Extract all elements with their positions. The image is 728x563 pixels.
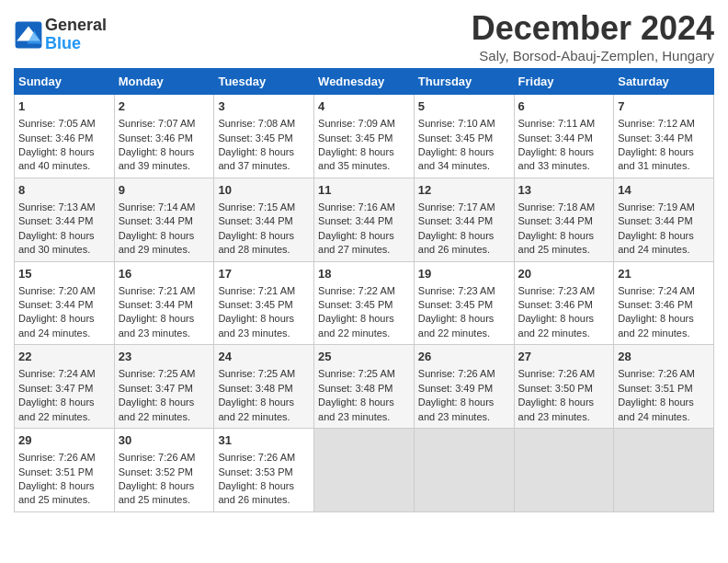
day-info: Sunrise: 7:26 AM <box>18 451 110 465</box>
day-info: Sunset: 3:46 PM <box>618 298 710 312</box>
day-info: Sunset: 3:49 PM <box>418 382 510 396</box>
calendar-cell: 9Sunrise: 7:14 AMSunset: 3:44 PMDaylight… <box>114 178 214 261</box>
day-number: 30 <box>119 432 210 449</box>
day-number: 15 <box>18 266 110 282</box>
day-info: Sunset: 3:45 PM <box>218 132 310 145</box>
day-info: Sunset: 3:48 PM <box>318 382 410 396</box>
header-day-friday: Friday <box>514 69 614 95</box>
day-number: 12 <box>418 182 510 199</box>
calendar-cell <box>514 429 614 512</box>
calendar-cell: 15Sunrise: 7:20 AMSunset: 3:44 PMDayligh… <box>15 261 115 345</box>
logo: General Blue <box>14 17 107 53</box>
day-info: Sunrise: 7:23 AM <box>518 284 610 298</box>
calendar-cell: 25Sunrise: 7:25 AMSunset: 3:48 PMDayligh… <box>314 345 415 429</box>
day-number: 14 <box>618 182 710 199</box>
day-info: and 25 minutes. <box>18 493 110 507</box>
day-info: Sunrise: 7:22 AM <box>318 284 410 298</box>
day-info: Sunrise: 7:15 AM <box>218 201 310 214</box>
day-info: Sunset: 3:44 PM <box>518 132 610 145</box>
day-info: Sunset: 3:46 PM <box>18 132 110 145</box>
calendar-cell: 3Sunrise: 7:08 AMSunset: 3:45 PMDaylight… <box>214 95 314 178</box>
day-info: Sunrise: 7:24 AM <box>18 367 110 381</box>
header-day-saturday: Saturday <box>614 69 714 95</box>
day-info: Sunset: 3:44 PM <box>18 214 110 228</box>
day-info: and 31 minutes. <box>618 159 710 173</box>
day-info: Daylight: 8 hours <box>418 396 510 409</box>
day-info: and 39 minutes. <box>119 159 210 173</box>
day-info: and 23 minutes. <box>518 410 610 424</box>
day-number: 13 <box>518 182 610 199</box>
day-info: Sunrise: 7:16 AM <box>318 201 410 214</box>
day-info: and 28 minutes. <box>218 243 310 257</box>
day-info: Sunrise: 7:21 AM <box>218 284 310 298</box>
day-info: Daylight: 8 hours <box>119 396 210 409</box>
day-info: Daylight: 8 hours <box>518 312 610 326</box>
day-info: Daylight: 8 hours <box>318 312 410 326</box>
calendar-cell: 1Sunrise: 7:05 AMSunset: 3:46 PMDaylight… <box>15 95 115 178</box>
day-number: 28 <box>618 349 710 365</box>
day-info: Sunrise: 7:12 AM <box>618 117 710 131</box>
day-info: Daylight: 8 hours <box>618 396 710 409</box>
week-row-5: 29Sunrise: 7:26 AMSunset: 3:51 PMDayligh… <box>15 429 714 512</box>
calendar-cell <box>614 429 714 512</box>
calendar-cell: 27Sunrise: 7:26 AMSunset: 3:50 PMDayligh… <box>514 345 614 429</box>
day-info: Daylight: 8 hours <box>218 145 310 159</box>
day-info: Daylight: 8 hours <box>18 145 110 159</box>
day-info: Daylight: 8 hours <box>618 312 710 326</box>
header-day-thursday: Thursday <box>414 69 514 95</box>
day-info: Sunset: 3:44 PM <box>218 214 310 228</box>
calendar-cell: 24Sunrise: 7:25 AMSunset: 3:48 PMDayligh… <box>214 345 314 429</box>
day-info: Sunset: 3:44 PM <box>618 132 710 145</box>
day-info: Daylight: 8 hours <box>518 396 610 409</box>
day-info: Daylight: 8 hours <box>119 145 210 159</box>
day-info: Sunset: 3:46 PM <box>119 132 210 145</box>
day-number: 11 <box>318 182 410 199</box>
calendar-cell: 8Sunrise: 7:13 AMSunset: 3:44 PMDaylight… <box>15 178 115 261</box>
day-number: 17 <box>218 266 310 282</box>
day-info: Daylight: 8 hours <box>218 396 310 409</box>
day-info: and 27 minutes. <box>318 243 410 257</box>
day-info: and 22 minutes. <box>418 327 510 340</box>
day-info: Sunset: 3:44 PM <box>119 298 210 312</box>
day-info: Daylight: 8 hours <box>218 229 310 243</box>
day-info: Sunset: 3:44 PM <box>618 214 710 228</box>
day-info: Sunrise: 7:10 AM <box>418 117 510 131</box>
day-info: Sunrise: 7:21 AM <box>119 284 210 298</box>
day-info: Daylight: 8 hours <box>318 396 410 409</box>
day-info: and 22 minutes. <box>218 410 310 424</box>
day-info: Daylight: 8 hours <box>18 396 110 409</box>
header-row: SundayMondayTuesdayWednesdayThursdayFrid… <box>15 69 714 95</box>
day-info: and 24 minutes. <box>618 243 710 257</box>
day-info: and 40 minutes. <box>18 159 110 173</box>
week-row-2: 8Sunrise: 7:13 AMSunset: 3:44 PMDaylight… <box>15 178 714 261</box>
calendar-cell: 19Sunrise: 7:23 AMSunset: 3:45 PMDayligh… <box>414 261 514 345</box>
calendar-cell: 18Sunrise: 7:22 AMSunset: 3:45 PMDayligh… <box>314 261 415 345</box>
calendar-cell: 26Sunrise: 7:26 AMSunset: 3:49 PMDayligh… <box>414 345 514 429</box>
day-info: Daylight: 8 hours <box>418 312 510 326</box>
calendar-table: SundayMondayTuesdayWednesdayThursdayFrid… <box>14 68 714 512</box>
day-info: Sunrise: 7:24 AM <box>618 284 710 298</box>
day-number: 27 <box>518 349 610 365</box>
calendar-cell: 17Sunrise: 7:21 AMSunset: 3:45 PMDayligh… <box>214 261 314 345</box>
calendar-cell: 10Sunrise: 7:15 AMSunset: 3:44 PMDayligh… <box>214 178 314 261</box>
calendar-cell: 22Sunrise: 7:24 AMSunset: 3:47 PMDayligh… <box>15 345 115 429</box>
day-number: 19 <box>418 266 510 282</box>
day-info: Sunrise: 7:25 AM <box>318 367 410 381</box>
day-info: and 23 minutes. <box>218 327 310 340</box>
day-info: Sunset: 3:47 PM <box>119 382 210 396</box>
header-day-sunday: Sunday <box>15 69 115 95</box>
day-number: 18 <box>318 266 410 282</box>
calendar-cell: 2Sunrise: 7:07 AMSunset: 3:46 PMDaylight… <box>114 95 214 178</box>
title-section: December 2024 Saly, Borsod-Abauj-Zemplen… <box>472 9 714 63</box>
calendar-cell: 14Sunrise: 7:19 AMSunset: 3:44 PMDayligh… <box>614 178 714 261</box>
day-info: and 33 minutes. <box>518 159 610 173</box>
day-number: 6 <box>518 98 610 115</box>
day-info: Sunset: 3:53 PM <box>218 465 310 479</box>
day-number: 20 <box>518 266 610 282</box>
day-number: 31 <box>218 432 310 449</box>
day-info: Sunrise: 7:17 AM <box>418 201 510 214</box>
day-info: and 26 minutes. <box>418 243 510 257</box>
day-info: and 22 minutes. <box>518 327 610 340</box>
day-info: Daylight: 8 hours <box>518 229 610 243</box>
header-day-monday: Monday <box>114 69 214 95</box>
